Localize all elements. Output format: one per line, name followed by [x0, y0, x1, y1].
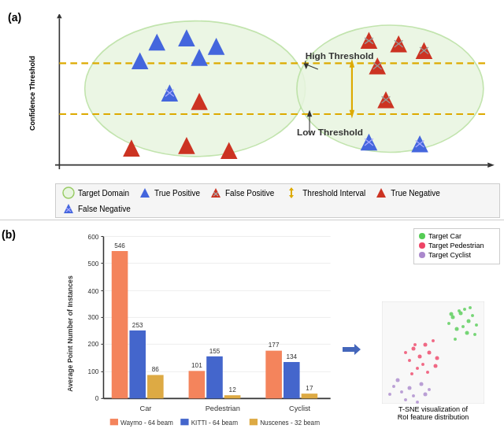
legend-true-negative-label: True Negative — [391, 189, 439, 198]
svg-point-108 — [467, 320, 471, 323]
svg-point-110 — [463, 308, 466, 311]
bar-chart-svg: Average Point Number of Instances 0 100 … — [63, 228, 339, 439]
tsne-legend-pedestrian: Target Pedestrian — [419, 242, 495, 249]
svg-text:Pedestrian: Pedestrian — [206, 405, 240, 412]
arrow-right-icon — [339, 338, 362, 361]
tsne-cyc-dot — [419, 252, 425, 258]
tsne-ped-label: Target Pedestrian — [428, 242, 484, 249]
svg-text:Waymo - 64 beam: Waymo - 64 beam — [120, 419, 173, 427]
svg-text:546: 546 — [114, 242, 125, 249]
svg-text:400: 400 — [88, 288, 99, 295]
bar-cyc-kitti — [284, 362, 300, 398]
tsne-legend-cyclist: Target Cyclist — [419, 251, 495, 259]
svg-point-129 — [435, 356, 439, 360]
legend-a: Target Domain True Positive False Positi… — [55, 183, 500, 218]
svg-point-4 — [85, 21, 306, 157]
svg-point-112 — [475, 323, 478, 327]
svg-marker-59 — [376, 188, 386, 198]
bar-ped-kitti — [206, 356, 223, 399]
legend-true-positive-label: True Positive — [154, 189, 200, 198]
triangle-red-icon — [375, 187, 387, 199]
svg-point-109 — [455, 327, 459, 331]
bar-car-kitti — [129, 331, 146, 398]
svg-point-122 — [424, 343, 428, 347]
bar-cyc-waymo — [265, 351, 282, 399]
double-arrow-yellow-icon — [284, 187, 299, 199]
legend-threshold-interval-label: Threshold Interval — [302, 189, 365, 198]
legend-true-negative: True Negative — [375, 187, 439, 199]
bar-car-nuscenes — [147, 375, 164, 399]
svg-point-51 — [63, 187, 74, 198]
bar-cyc-nuscenes — [302, 393, 318, 398]
legend-threshold-interval: Threshold Interval — [284, 187, 365, 199]
triangle-blue-icon — [139, 187, 151, 199]
diagram-area: Confidence Threshold — [24, 6, 504, 220]
svg-point-111 — [471, 314, 474, 317]
legend-false-negative-label: False Negative — [78, 205, 131, 213]
svg-rect-102 — [250, 419, 258, 425]
legend-target-domain: Target Domain — [62, 187, 129, 199]
svg-point-138 — [400, 390, 403, 393]
svg-point-133 — [434, 364, 438, 368]
svg-point-126 — [432, 339, 435, 342]
svg-point-117 — [461, 325, 465, 328]
svg-point-142 — [404, 398, 407, 401]
svg-rect-98 — [110, 419, 118, 425]
svg-rect-100 — [180, 419, 188, 425]
svg-text:300: 300 — [88, 315, 99, 322]
svg-point-132 — [413, 343, 417, 346]
diagram-canvas: High Threshold Low Threshold — [55, 14, 496, 180]
tsne-car-dot — [419, 233, 425, 239]
svg-point-137 — [420, 382, 424, 386]
svg-point-135 — [396, 379, 400, 382]
svg-text:177: 177 — [269, 342, 280, 349]
svg-point-131 — [426, 371, 429, 374]
svg-text:500: 500 — [88, 260, 99, 268]
svg-point-136 — [408, 386, 412, 390]
svg-text:155: 155 — [209, 348, 220, 355]
circle-green-icon — [62, 187, 75, 199]
svg-marker-3 — [57, 14, 61, 18]
svg-text:12: 12 — [229, 386, 237, 393]
svg-text:High Threshold: High Threshold — [306, 50, 374, 61]
tsne-car-label: Target Car — [428, 232, 461, 240]
svg-point-145 — [416, 401, 419, 404]
svg-point-113 — [447, 322, 450, 325]
svg-text:0: 0 — [95, 395, 99, 402]
svg-point-127 — [421, 363, 424, 366]
svg-point-125 — [408, 359, 411, 362]
svg-text:17: 17 — [306, 385, 313, 392]
svg-point-119 — [473, 333, 476, 336]
svg-text:200: 200 — [88, 341, 99, 348]
tsne-cyc-label: Target Cyclist — [428, 251, 471, 259]
part-a: (a) Confidence Threshold — [0, 0, 504, 220]
tsne-area: Target Car Target Pedestrian Target Cycl… — [362, 220, 504, 447]
svg-text:100: 100 — [88, 368, 99, 375]
bar-ped-nuscenes — [224, 395, 241, 398]
part-b-label: (b) — [2, 228, 16, 241]
svg-marker-57 — [289, 187, 294, 190]
svg-point-115 — [458, 309, 461, 312]
svg-point-140 — [392, 385, 395, 388]
triangle-red-cross-icon — [209, 187, 222, 199]
svg-text:Car: Car — [140, 405, 152, 412]
svg-point-134 — [410, 372, 413, 375]
svg-marker-104 — [343, 344, 361, 355]
svg-text:Nuscenes - 32 beam: Nuscenes - 32 beam — [260, 419, 320, 427]
svg-marker-52 — [140, 188, 150, 198]
legend-false-positive: False Positive — [209, 187, 274, 199]
y-axis-label-a: Confidence Threshold — [28, 56, 36, 131]
svg-text:101: 101 — [191, 362, 202, 369]
svg-text:600: 600 — [88, 234, 99, 241]
svg-marker-60 — [64, 204, 73, 213]
svg-text:KITTI - 64 beam: KITTI - 64 beam — [191, 419, 239, 427]
triangle-blue-cross-icon — [62, 202, 75, 215]
svg-marker-1 — [487, 162, 495, 167]
svg-point-128 — [416, 367, 419, 370]
svg-point-141 — [424, 393, 428, 397]
svg-text:253: 253 — [132, 322, 143, 329]
legend-false-negative: False Negative — [62, 202, 131, 215]
svg-point-114 — [465, 331, 469, 335]
svg-point-121 — [412, 347, 416, 351]
bar-car-waymo — [112, 251, 128, 398]
